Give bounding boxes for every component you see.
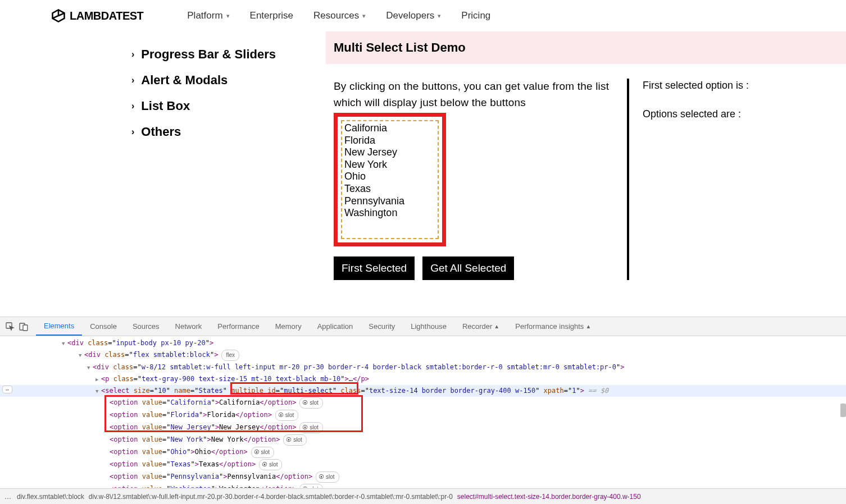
states-multiselect[interactable]: CaliforniaFloridaNew JerseyNew YorkOhioT… — [342, 121, 438, 238]
option-pennsylvania[interactable]: Pennsylvania — [343, 195, 438, 208]
chevron-right-icon: › — [131, 101, 134, 111]
sidebar-label: List Box — [141, 99, 190, 113]
get-all-selected-button[interactable]: Get All Selected — [422, 256, 514, 280]
page: ›Progress Bar & Sliders›Alert & Modals›L… — [0, 31, 846, 280]
sidebar-item-alert-modals[interactable]: ›Alert & Modals — [131, 67, 326, 93]
sidebar-item-list-box[interactable]: ›List Box — [131, 93, 326, 119]
sidebar-item-others[interactable]: ›Others — [131, 119, 326, 145]
nav-item-resources[interactable]: Resources▾ — [313, 10, 366, 21]
option-new-york[interactable]: New York — [343, 159, 438, 171]
header: LAMBDATEST Platform▾EnterpriseResources▾… — [0, 0, 846, 31]
sidebar-item-progress-bar-sliders[interactable]: ›Progress Bar & Sliders — [131, 42, 326, 67]
chevron-right-icon: › — [131, 75, 134, 85]
main-content: Multi Select List Demo By clicking on th… — [326, 31, 846, 280]
logo[interactable]: LAMBDATEST — [51, 8, 143, 24]
content-row: By clicking on the buttons, you can get … — [326, 64, 846, 280]
nav-item-developers[interactable]: Developers▾ — [386, 10, 441, 21]
first-selected-result: First selected option is : — [643, 80, 749, 91]
lambdatest-logo-icon — [51, 8, 66, 24]
sidebar-label: Progress Bar & Sliders — [141, 47, 276, 62]
sidebar: ›Progress Bar & Sliders›Alert & Modals›L… — [0, 31, 326, 280]
option-california[interactable]: California — [343, 122, 438, 135]
option-washington[interactable]: Washington — [343, 207, 438, 219]
highlight-annotation: CaliforniaFloridaNew JerseyNew YorkOhioT… — [334, 113, 446, 246]
nav-item-pricing[interactable]: Pricing — [461, 10, 490, 21]
option-texas[interactable]: Texas — [343, 183, 438, 195]
left-column: By clicking on the buttons, you can get … — [334, 79, 629, 280]
chevron-down-icon: ▾ — [362, 12, 366, 20]
chevron-right-icon: › — [131, 49, 134, 59]
chevron-right-icon: › — [131, 127, 134, 137]
chevron-down-icon: ▾ — [226, 12, 230, 20]
nav-item-enterprise[interactable]: Enterprise — [250, 10, 293, 21]
brand-text: LAMBDATEST — [70, 10, 143, 22]
instruction-text: By clicking on the buttons, you can get … — [334, 79, 610, 111]
main-nav: Platform▾EnterpriseResources▾Developers▾… — [187, 10, 490, 21]
first-selected-button[interactable]: First Selected — [334, 256, 415, 280]
option-florida[interactable]: Florida — [343, 135, 438, 147]
all-selected-result: Options selected are : — [643, 108, 749, 120]
select-wrap: CaliforniaFloridaNew JerseyNew YorkOhioT… — [341, 120, 439, 239]
option-new-jersey[interactable]: New Jersey — [343, 146, 438, 159]
sidebar-label: Alert & Modals — [141, 73, 228, 88]
sidebar-label: Others — [141, 125, 181, 139]
nav-item-platform[interactable]: Platform▾ — [187, 10, 229, 21]
page-title: Multi Select List Demo — [326, 31, 846, 64]
right-column: First selected option is : Options selec… — [629, 79, 749, 280]
chevron-down-icon: ▾ — [438, 12, 441, 20]
button-row: First Selected Get All Selected — [334, 256, 610, 280]
option-ohio[interactable]: Ohio — [343, 171, 438, 183]
